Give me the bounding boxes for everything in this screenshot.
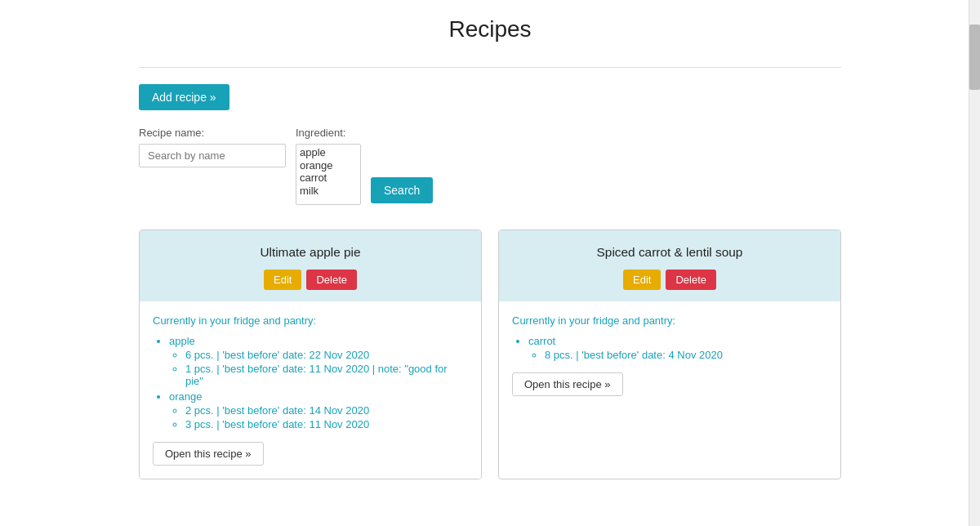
ingredient-option-carrot[interactable]: carrot [300, 172, 357, 185]
add-recipe-button[interactable]: Add recipe » [139, 84, 229, 110]
ingredient-field: Ingredient: apple orange carrot milk [296, 127, 361, 205]
recipe-card-header-2: Spiced carrot & lentil soup Edit Delete [499, 230, 840, 301]
recipe-card-spiced-carrot-lentil-soup: Spiced carrot & lentil soup Edit Delete … [498, 230, 841, 479]
ingredient-name: apple [169, 335, 195, 347]
edit-button-1[interactable]: Edit [264, 270, 301, 290]
list-item: orange 2 pcs. | 'best before' date: 14 N… [169, 390, 468, 430]
sub-list: 6 pcs. | 'best before' date: 22 Nov 2020… [169, 349, 468, 387]
ingredient-list-2: carrot 8 pcs. | 'best before' date: 4 No… [512, 335, 827, 361]
list-item: 8 pcs. | 'best before' date: 4 Nov 2020 [545, 349, 827, 361]
ingredient-listbox[interactable]: apple orange carrot milk [296, 144, 361, 205]
page-title: Recipes [139, 16, 841, 42]
list-item: apple 6 pcs. | 'best before' date: 22 No… [169, 335, 468, 387]
ingredient-list-1: apple 6 pcs. | 'best before' date: 22 No… [153, 335, 468, 430]
ingredient-name: carrot [528, 335, 555, 347]
ingredient-option-apple[interactable]: apple [300, 146, 357, 159]
search-area: Recipe name: Ingredient: apple orange ca… [139, 127, 841, 205]
title-divider [139, 67, 841, 68]
delete-button-1[interactable]: Delete [306, 270, 357, 290]
list-item: carrot 8 pcs. | 'best before' date: 4 No… [528, 335, 827, 361]
open-recipe-button-1[interactable]: Open this recipe » [153, 442, 264, 466]
list-item: 6 pcs. | 'best before' date: 22 Nov 2020 [185, 349, 468, 361]
list-item: 1 pcs. | 'best before' date: 11 Nov 2020… [185, 363, 468, 387]
recipe-card-ultimate-apple-pie: Ultimate apple pie Edit Delete Currently… [139, 230, 482, 479]
recipe-card-body-2: Currently in your fridge and pantry: car… [499, 301, 840, 409]
recipe-title-2: Spiced carrot & lentil soup [512, 245, 827, 260]
list-item: 2 pcs. | 'best before' date: 14 Nov 2020 [185, 404, 468, 417]
fridge-label-1: Currently in your fridge and pantry: [153, 314, 468, 327]
open-recipe-button-2[interactable]: Open this recipe » [512, 372, 623, 396]
recipe-name-label: Recipe name: [139, 127, 204, 139]
recipe-card-header-1: Ultimate apple pie Edit Delete [140, 230, 481, 301]
delete-button-2[interactable]: Delete [666, 270, 716, 290]
ingredient-label: Ingredient: [296, 127, 345, 139]
scrollbar-track [969, 0, 980, 496]
recipes-grid: Ultimate apple pie Edit Delete Currently… [139, 230, 841, 479]
recipe-card-actions-2: Edit Delete [512, 270, 827, 290]
ingredient-name: orange [169, 390, 202, 403]
ingredient-option-milk[interactable]: milk [300, 185, 357, 198]
recipe-title-1: Ultimate apple pie [153, 245, 468, 260]
list-item: 3 pcs. | 'best before' date: 11 Nov 2020 [185, 418, 468, 430]
recipe-card-body-1: Currently in your fridge and pantry: app… [140, 301, 481, 479]
sub-list: 2 pcs. | 'best before' date: 14 Nov 2020… [169, 404, 468, 430]
scrollbar-thumb[interactable] [969, 25, 980, 90]
recipe-name-field: Recipe name: [139, 127, 286, 167]
recipe-card-actions-1: Edit Delete [153, 270, 468, 290]
sub-list: 8 pcs. | 'best before' date: 4 Nov 2020 [528, 349, 827, 361]
edit-button-2[interactable]: Edit [623, 270, 661, 290]
search-button[interactable]: Search [371, 177, 433, 203]
fridge-label-2: Currently in your fridge and pantry: [512, 314, 827, 327]
search-input[interactable] [139, 144, 286, 167]
ingredient-option-orange[interactable]: orange [300, 159, 357, 172]
